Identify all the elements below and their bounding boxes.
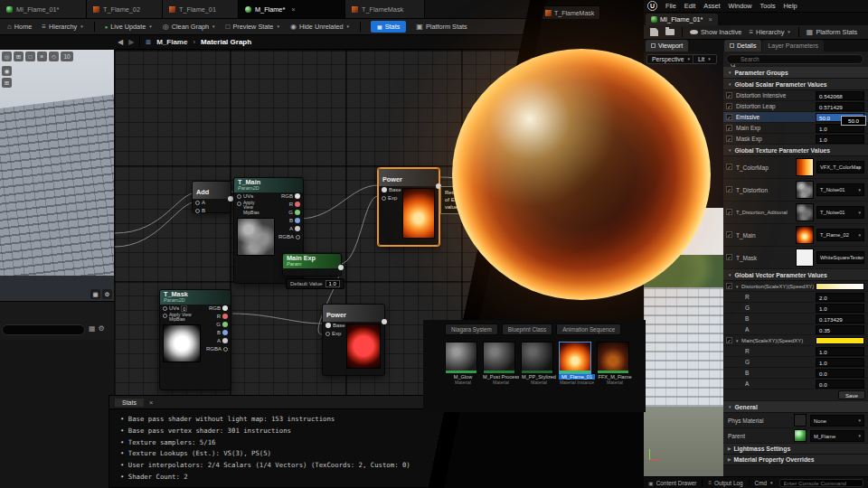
gear-icon[interactable]: ⚙: [99, 324, 105, 333]
unreal-logo[interactable]: U: [647, 1, 657, 11]
close-icon[interactable]: ×: [708, 15, 712, 23]
asset-tile-mi-flame-01[interactable]: MI_Flame_01 Material Instance: [559, 342, 595, 385]
param-checkbox[interactable]: ✓: [726, 125, 732, 131]
phys-material-picker[interactable]: None▼: [810, 415, 864, 427]
channel-value[interactable]: 2.0: [816, 293, 864, 302]
param-checkbox[interactable]: ✓: [726, 231, 732, 238]
palette-search-input[interactable]: [2, 324, 85, 335]
asset-tile-m-pp-stylized[interactable]: M_PP_Stylized Material: [521, 342, 557, 385]
vector-color-swatch[interactable]: [816, 283, 864, 290]
output-pin[interactable]: [222, 330, 228, 335]
texture-thumbnail[interactable]: [796, 203, 814, 221]
out-rgb[interactable]: RGB: [267, 192, 303, 201]
pin-base[interactable]: Base: [379, 186, 402, 194]
texture-asset-picker[interactable]: VFX_T_ColorMap▼: [816, 161, 864, 174]
param-checkbox[interactable]: ✓: [726, 283, 732, 289]
out-a[interactable]: A: [267, 225, 303, 233]
texture-thumbnail[interactable]: [796, 158, 814, 176]
phys-material-thumbnail[interactable]: [794, 414, 807, 427]
out-rgba[interactable]: RGBA: [267, 233, 303, 241]
flamemask-window-tab[interactable]: T_FlameMask: [539, 5, 600, 19]
compare-icon[interactable]: ◇: [49, 52, 59, 61]
clean-graph-button[interactable]: ◎Clean Graph▼: [163, 23, 216, 31]
platform-stats-button[interactable]: ▣Platform Stats: [416, 23, 467, 31]
main-exp-default-value[interactable]: Default Value 1.0: [286, 278, 344, 289]
out-rgb[interactable]: RGB: [194, 305, 231, 313]
output-pin[interactable]: [223, 347, 228, 352]
input-pin[interactable]: [382, 196, 386, 201]
gear-icon[interactable]: ⚙: [102, 289, 112, 299]
pin-exp[interactable]: Exp: [379, 194, 402, 202]
texture-row-distortion[interactable]: ✓T_DistortionT_Noise01▼: [723, 179, 868, 202]
pin-exp[interactable]: Exp: [323, 330, 346, 338]
parent-thumbnail[interactable]: [794, 429, 807, 442]
camera-icon[interactable]: ◎: [2, 52, 12, 61]
section-texture-params[interactable]: ▼Global Texture Parameter Values: [723, 145, 868, 156]
input-pin[interactable]: [326, 332, 330, 336]
parent-picker[interactable]: M_Flame▼: [810, 430, 864, 442]
vector-row-distortion[interactable]: ✓▼Distortion(ScaleXY)(SpeedXY): [723, 281, 868, 292]
pin-mipbias[interactable]: Apply View MipBias: [234, 201, 267, 216]
param-checkbox[interactable]: ✓: [726, 209, 732, 215]
channel-value[interactable]: 0.173429: [816, 314, 864, 324]
output-pin[interactable]: [296, 235, 300, 239]
node-add[interactable]: Add A B: [192, 181, 231, 213]
list-icon[interactable]: ≡: [37, 52, 47, 61]
tab-viewport[interactable]: Viewport: [646, 40, 688, 52]
channel-row-g[interactable]: G1.0: [723, 357, 868, 368]
texture-row-main[interactable]: ✓T_MainT_Flame_02▼: [723, 224, 868, 247]
output-pin[interactable]: [295, 193, 300, 199]
section-general[interactable]: ▼General: [723, 401, 868, 413]
tab-layer-parameters[interactable]: Layer Parameters: [762, 40, 824, 52]
vector-row-main[interactable]: ✓▼Main(ScaleXY)(SpeedXY): [723, 335, 868, 346]
channel-value[interactable]: 1.0: [816, 358, 864, 367]
node-main-exp[interactable]: Main ExpParam: [282, 253, 342, 277]
out-b[interactable]: B: [267, 217, 303, 225]
back-icon[interactable]: ◀: [118, 38, 123, 46]
texture-asset-picker[interactable]: T_Flame_02▼: [816, 229, 864, 241]
tab-details[interactable]: Details: [724, 40, 761, 52]
node-power-bottom[interactable]: Power Base Exp: [322, 304, 385, 376]
param-checkbox[interactable]: ✓: [726, 103, 732, 109]
menu-edit[interactable]: Edit: [684, 2, 696, 10]
content-drawer-button[interactable]: ▣Content Drawer: [648, 480, 696, 486]
stats-button[interactable]: ▦Stats: [371, 21, 406, 33]
param-checkbox[interactable]: ✓: [726, 164, 732, 170]
channel-row-g[interactable]: G1.0: [723, 303, 868, 314]
live-update-button[interactable]: ●Live Update▼: [105, 23, 153, 31]
lit-button[interactable]: Lit▼: [693, 54, 717, 64]
chevron-down-icon[interactable]: ▼: [735, 285, 739, 289]
section-lightmass[interactable]: ▶Lightmass Settings: [723, 444, 868, 455]
show-inactive-button[interactable]: Show Inactive: [690, 28, 741, 36]
out-rgba[interactable]: RGBA: [194, 345, 231, 353]
out-a[interactable]: A: [194, 337, 231, 345]
texture-thumbnail[interactable]: [796, 226, 814, 244]
channel-value[interactable]: 1.0: [816, 304, 864, 313]
menu-file[interactable]: File: [665, 2, 676, 10]
channel-value[interactable]: 0.35: [816, 325, 864, 334]
pin-mipbias[interactable]: Apply View MipBias: [160, 313, 194, 324]
param-checkbox[interactable]: ✓: [726, 92, 732, 99]
tab-t-flame-01[interactable]: T_Flame_01: [163, 0, 239, 18]
channel-row-b[interactable]: B0.0: [723, 368, 868, 379]
section-material-overrides[interactable]: ▶Material Property Overrides: [723, 455, 868, 465]
pin-b[interactable]: B: [193, 207, 231, 215]
param-checkbox[interactable]: ✓: [726, 186, 732, 192]
value-edit-popup[interactable]: 50.0: [841, 116, 866, 126]
home-button[interactable]: ⌂Home: [7, 23, 32, 31]
param-checkbox[interactable]: ✓: [726, 114, 732, 120]
hierarchy-button[interactable]: ≡Hierarchy▼: [42, 23, 83, 31]
asset-tile-m-postprocessdebug[interactable]: M_Post ProcessDebug Material: [483, 342, 519, 385]
scalar-row-mask-exp[interactable]: ✓Mask Exp1.0: [723, 134, 868, 145]
close-icon[interactable]: ×: [291, 5, 295, 14]
node-power-top[interactable]: Power Base Exp: [378, 168, 439, 246]
channel-row-r[interactable]: R2.0: [723, 292, 868, 303]
texture-asset-picker[interactable]: T_Noise01▼: [816, 183, 864, 196]
browse-icon[interactable]: [665, 29, 675, 35]
save-button[interactable]: Save: [838, 390, 865, 399]
search-input[interactable]: [726, 54, 863, 64]
filter-blueprint-class[interactable]: Blueprint Class: [502, 324, 552, 335]
pin-a[interactable]: A: [193, 199, 231, 207]
output-pin[interactable]: [295, 218, 300, 223]
section-scalar-params[interactable]: ▼Global Scalar Parameter Values: [723, 79, 868, 90]
